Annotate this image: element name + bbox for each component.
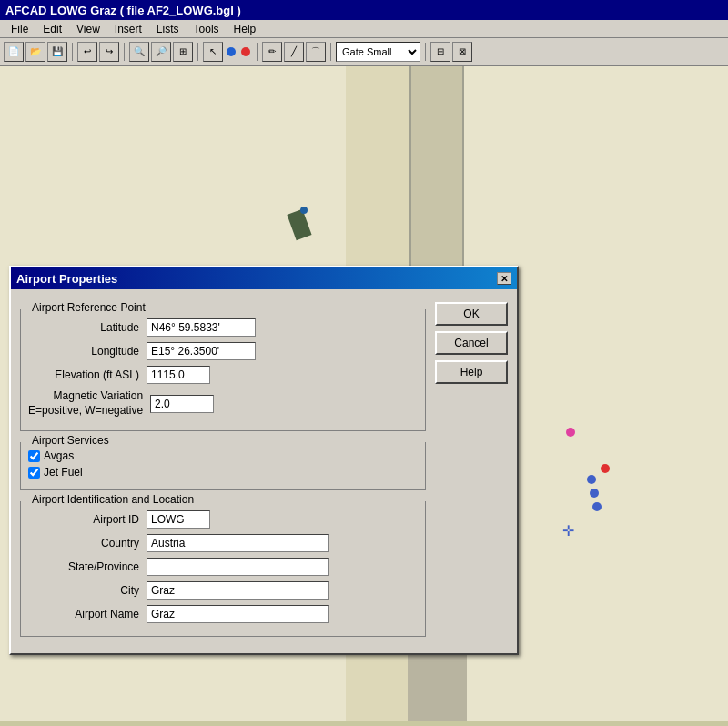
state-province-input[interactable] xyxy=(147,558,329,576)
services-group: Airport Services Avgas Jet Fuel xyxy=(20,442,426,490)
menu-edit[interactable]: Edit xyxy=(35,21,69,37)
toolbar-line-btn[interactable]: ╱ xyxy=(284,42,304,62)
magnetic-variation-label: Magnetic Variation E=positive, W=negativ… xyxy=(28,389,150,418)
latitude-row: Latitude xyxy=(28,318,418,337)
toolbar-redo-btn[interactable]: ↪ xyxy=(99,42,119,62)
toolbar-save-btn[interactable]: 💾 xyxy=(47,42,67,62)
toolbar-sep-6 xyxy=(425,43,426,61)
airport-id-input[interactable] xyxy=(147,510,210,529)
airport-name-label: Airport Name xyxy=(28,608,147,620)
title-bar: AFCAD LOWG Graz ( file AF2_LOWG.bgl ) xyxy=(0,0,728,20)
country-input[interactable] xyxy=(147,534,329,552)
dot-blue-marker-2 xyxy=(590,489,599,498)
toolbar-open-btn[interactable]: 📂 xyxy=(25,42,46,62)
dot-blue-marker-1 xyxy=(587,475,596,484)
state-province-label: State/Province xyxy=(28,560,147,573)
airport-properties-dialog: Airport Properties ✕ Airport Reference P… xyxy=(9,266,519,655)
toolbar-sep-5 xyxy=(330,43,331,61)
menu-insert[interactable]: Insert xyxy=(107,21,149,37)
dot-blue-marker-3 xyxy=(592,502,602,511)
help-button[interactable]: Help xyxy=(435,360,508,384)
menu-view[interactable]: View xyxy=(69,21,107,37)
country-label: Country xyxy=(28,537,147,550)
crosshair-marker: ✛ xyxy=(562,522,574,539)
country-row: Country xyxy=(28,534,418,552)
toolbar-sep-1 xyxy=(72,43,73,61)
longitude-row: Longitude xyxy=(28,342,418,360)
airport-name-row: Airport Name xyxy=(28,605,418,623)
elevation-label: Elevation (ft ASL) xyxy=(28,368,147,381)
dot-pink-marker xyxy=(566,428,575,437)
identification-title: Airport Identification and Location xyxy=(28,493,197,506)
cancel-button[interactable]: Cancel xyxy=(435,331,508,355)
identification-group: Airport Identification and Location Airp… xyxy=(20,501,426,637)
magnetic-variation-label-2: E=positive, W=negative xyxy=(28,404,143,418)
toolbar-sep-2 xyxy=(124,43,125,61)
latitude-input[interactable] xyxy=(147,318,256,337)
toolbar-zoom-in-btn[interactable]: 🔍 xyxy=(129,42,149,62)
toolbar-zoom-fit-btn[interactable]: ⊞ xyxy=(173,42,193,62)
main-area: ✛ Airport Properties ✕ Airport Referenc xyxy=(0,66,728,721)
elevation-input[interactable] xyxy=(147,366,210,384)
toolbar-curve-btn[interactable]: ⌒ xyxy=(306,42,326,62)
longitude-label: Longitude xyxy=(28,345,147,358)
toolbar-undo-btn[interactable]: ↩ xyxy=(77,42,97,62)
avgas-label: Avgas xyxy=(44,449,74,462)
reference-point-title: Airport Reference Point xyxy=(28,301,149,314)
avgas-checkbox[interactable] xyxy=(28,450,40,462)
toolbar-dot-red xyxy=(241,47,250,56)
magnetic-variation-label-1: Magnetic Variation xyxy=(28,389,143,404)
jet-fuel-row: Jet Fuel xyxy=(28,466,418,479)
dialog-right-panel: OK Cancel Help xyxy=(435,298,508,644)
city-input[interactable] xyxy=(147,581,329,600)
toolbar-btn-extra[interactable]: ⊟ xyxy=(430,42,450,62)
dialog-title-bar: Airport Properties ✕ xyxy=(11,267,517,289)
jet-fuel-checkbox[interactable] xyxy=(28,467,40,479)
gate-size-dropdown[interactable]: Gate Small Gate Medium Gate Large xyxy=(336,42,420,62)
airport-id-row: Airport ID xyxy=(28,510,418,529)
state-province-row: State/Province xyxy=(28,558,418,576)
toolbar: 📄 📂 💾 ↩ ↪ 🔍 🔎 ⊞ ↖ ✏ ╱ ⌒ Gate Small Gate … xyxy=(0,38,728,66)
toolbar-new-btn[interactable]: 📄 xyxy=(4,42,24,62)
avgas-row: Avgas xyxy=(28,449,418,462)
menu-bar: File Edit View Insert Lists Tools Help xyxy=(0,20,728,38)
airport-id-label: Airport ID xyxy=(28,513,147,526)
toolbar-draw-btn[interactable]: ✏ xyxy=(262,42,282,62)
toolbar-zoom-out-btn[interactable]: 🔎 xyxy=(151,42,171,62)
reference-point-group: Airport Reference Point Latitude Longitu… xyxy=(20,309,426,431)
runway-dot xyxy=(300,207,308,214)
longitude-input[interactable] xyxy=(147,342,256,360)
dialog-title-text: Airport Properties xyxy=(16,272,117,286)
toolbar-btn-extra2[interactable]: ⊠ xyxy=(452,42,472,62)
dialog-left-panel: Airport Reference Point Latitude Longitu… xyxy=(20,298,426,644)
services-title: Airport Services xyxy=(28,434,113,447)
menu-tools[interactable]: Tools xyxy=(187,21,227,37)
airport-name-input[interactable] xyxy=(147,605,329,623)
jet-fuel-label: Jet Fuel xyxy=(44,466,83,479)
latitude-label: Latitude xyxy=(28,321,147,334)
city-label: City xyxy=(28,584,147,597)
toolbar-sep-4 xyxy=(257,43,258,61)
menu-lists[interactable]: Lists xyxy=(149,21,187,37)
ok-button[interactable]: OK xyxy=(435,302,508,326)
toolbar-sep-3 xyxy=(197,43,198,61)
magnetic-variation-input[interactable] xyxy=(150,395,214,413)
title-text: AFCAD LOWG Graz ( file AF2_LOWG.bgl ) xyxy=(5,4,241,17)
elevation-row: Elevation (ft ASL) xyxy=(28,366,418,384)
dialog-content: Airport Reference Point Latitude Longitu… xyxy=(11,289,517,653)
dialog-close-button[interactable]: ✕ xyxy=(497,272,511,285)
dot-red-marker xyxy=(601,464,610,473)
city-row: City xyxy=(28,581,418,600)
toolbar-pointer-btn[interactable]: ↖ xyxy=(203,42,223,62)
menu-help[interactable]: Help xyxy=(227,21,264,37)
menu-file[interactable]: File xyxy=(4,21,35,37)
toolbar-dot-blue xyxy=(227,47,236,56)
magnetic-variation-row: Magnetic Variation E=positive, W=negativ… xyxy=(28,389,418,418)
